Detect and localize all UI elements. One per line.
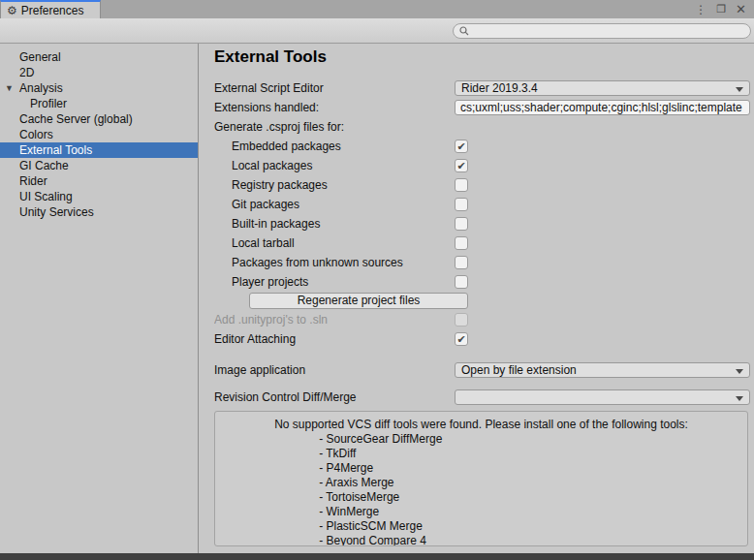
sidebar-item-colors[interactable]: Colors <box>0 127 198 142</box>
registry-packages-checkbox[interactable] <box>455 178 468 192</box>
close-icon[interactable]: ✕ <box>736 3 746 16</box>
vcs-tool-item: - WinMerge <box>274 505 688 519</box>
extensions-handled-label: Extensions handled: <box>214 101 455 114</box>
sidebar-item-label: 2D <box>19 66 34 79</box>
csproj-row: Local packages✔ <box>214 156 750 175</box>
sidebar-item-analysis[interactable]: ▼Analysis <box>0 80 198 96</box>
sidebar-item-label: Cache Server (global) <box>19 112 133 126</box>
csproj-checkbox-label: Packages from unknown sources <box>214 256 455 269</box>
tab-preferences[interactable]: ⚙ Preferences <box>0 0 101 18</box>
search-icon <box>459 26 469 36</box>
csproj-checkbox-label: Git packages <box>214 198 455 211</box>
add-unityproj-label: Add .unityproj's to .sln <box>214 313 455 327</box>
external-script-editor-dropdown[interactable]: Rider 2019.3.4 <box>455 80 750 96</box>
page-title: External Tools <box>214 47 750 71</box>
local-packages-checkbox[interactable]: ✔ <box>455 159 468 172</box>
toolbar <box>0 18 754 44</box>
sidebar-item-label: Unity Services <box>19 205 94 219</box>
sidebar-item-unity-services[interactable]: Unity Services <box>0 204 198 220</box>
sidebar-item-2d[interactable]: 2D <box>0 65 198 80</box>
csproj-row: Player projects <box>214 272 750 292</box>
sidebar-item-label: External Tools <box>19 143 92 157</box>
vcs-tool-item: - TkDiff <box>274 447 688 461</box>
sidebar-item-label: UI Scaling <box>19 190 73 203</box>
sidebar-item-label: Profiler <box>30 97 67 110</box>
vcs-tool-item: - TortoiseMerge <box>274 490 688 505</box>
editor-attaching-checkbox[interactable]: ✔ <box>455 332 468 346</box>
sidebar-item-label: Rider <box>19 174 47 188</box>
preferences-sidebar: General2D▼AnalysisProfilerCache Server (… <box>0 44 199 553</box>
revision-control-label: Revision Control Diff/Merge <box>214 390 455 404</box>
window-bottom-edge <box>0 553 754 560</box>
image-application-dropdown[interactable]: Open by file extension <box>455 362 750 378</box>
vcs-help-box: No supported VCS diff tools were found. … <box>214 411 748 546</box>
csproj-checkbox-label: Player projects <box>214 275 455 289</box>
packages-from-unknown-sources-checkbox[interactable] <box>455 256 468 269</box>
revision-control-row: Revision Control Diff/Merge <box>214 388 750 407</box>
csproj-row: Packages from unknown sources <box>214 253 750 272</box>
regenerate-row: Regenerate project files <box>214 292 750 310</box>
title-bar: ⚙ Preferences ⋮ ❐ ✕ <box>0 0 754 18</box>
image-application-label: Image application <box>214 363 455 377</box>
external-tools-panel: External Tools External Script Editor Ri… <box>199 44 754 553</box>
image-application-row: Image application Open by file extension <box>214 360 750 380</box>
generate-csproj-header-row: Generate .csproj files for: <box>214 117 750 137</box>
vcs-tool-item: - Beyond Compare 4 <box>274 534 688 546</box>
window-menu-icon[interactable]: ⋮ <box>695 4 707 16</box>
csproj-row: Embedded packages✔ <box>214 137 750 156</box>
csproj-checkbox-label: Registry packages <box>214 178 455 192</box>
generate-csproj-label: Generate .csproj files for: <box>214 120 455 134</box>
vcs-tool-item: - P4Merge <box>274 461 688 476</box>
csproj-checkbox-label: Local tarball <box>214 236 455 250</box>
built-in-packages-checkbox[interactable] <box>455 217 468 231</box>
maximize-icon[interactable]: ❐ <box>716 4 726 15</box>
sidebar-item-general[interactable]: General <box>0 49 198 65</box>
sidebar-item-external-tools[interactable]: External Tools <box>0 142 198 158</box>
editor-attaching-label: Editor Attaching <box>214 332 455 346</box>
git-packages-checkbox[interactable] <box>455 198 468 211</box>
sidebar-item-label: General <box>19 50 61 64</box>
add-unityproj-checkbox <box>455 313 468 327</box>
local-tarball-checkbox[interactable] <box>455 236 468 250</box>
gear-icon: ⚙ <box>7 5 17 16</box>
csproj-checkbox-label: Local packages <box>214 159 455 172</box>
add-unityproj-row: Add .unityproj's to .sln <box>214 310 750 329</box>
csproj-checkbox-label: Embedded packages <box>214 140 455 153</box>
external-script-editor-row: External Script Editor Rider 2019.3.4 <box>214 78 750 98</box>
search-box[interactable] <box>453 23 751 39</box>
sidebar-item-label: GI Cache <box>19 159 69 172</box>
revision-control-dropdown[interactable] <box>455 389 750 405</box>
tab-title: Preferences <box>21 4 84 17</box>
vcs-tool-item: - SourceGear DiffMerge <box>274 432 688 447</box>
window-controls: ⋮ ❐ ✕ <box>695 0 754 18</box>
search-input[interactable] <box>473 24 744 38</box>
external-script-editor-label: External Script Editor <box>214 81 455 95</box>
sidebar-item-label: Colors <box>19 128 53 141</box>
embedded-packages-checkbox[interactable]: ✔ <box>455 140 468 153</box>
player-projects-checkbox[interactable] <box>455 275 468 289</box>
preferences-window: ⚙ Preferences ⋮ ❐ ✕ General2D▼AnalysisPr… <box>0 0 754 560</box>
vcs-tool-item: - PlasticSCM Merge <box>274 519 688 534</box>
csproj-row: Local tarball <box>214 233 750 253</box>
editor-attaching-row: Editor Attaching ✔ <box>214 329 750 349</box>
extensions-handled-row: Extensions handled: <box>214 98 750 117</box>
sidebar-item-profiler[interactable]: Profiler <box>0 96 198 111</box>
csproj-row: Built-in packages <box>214 214 750 233</box>
csproj-row: Git packages <box>214 195 750 214</box>
sidebar-item-cache-server-global-[interactable]: Cache Server (global) <box>0 111 198 127</box>
vcs-tool-item: - Araxis Merge <box>274 476 688 490</box>
vcs-help-intro: No supported VCS diff tools were found. … <box>274 418 688 432</box>
sidebar-item-label: Analysis <box>19 81 63 95</box>
sidebar-item-rider[interactable]: Rider <box>0 173 198 189</box>
csproj-row: Registry packages <box>214 175 750 195</box>
extensions-handled-input[interactable] <box>455 100 750 115</box>
foldout-open-icon[interactable]: ▼ <box>5 80 14 96</box>
csproj-checkbox-label: Built-in packages <box>214 217 455 231</box>
regenerate-project-files-button[interactable]: Regenerate project files <box>249 293 468 309</box>
sidebar-item-gi-cache[interactable]: GI Cache <box>0 158 198 173</box>
sidebar-item-ui-scaling[interactable]: UI Scaling <box>0 189 198 204</box>
